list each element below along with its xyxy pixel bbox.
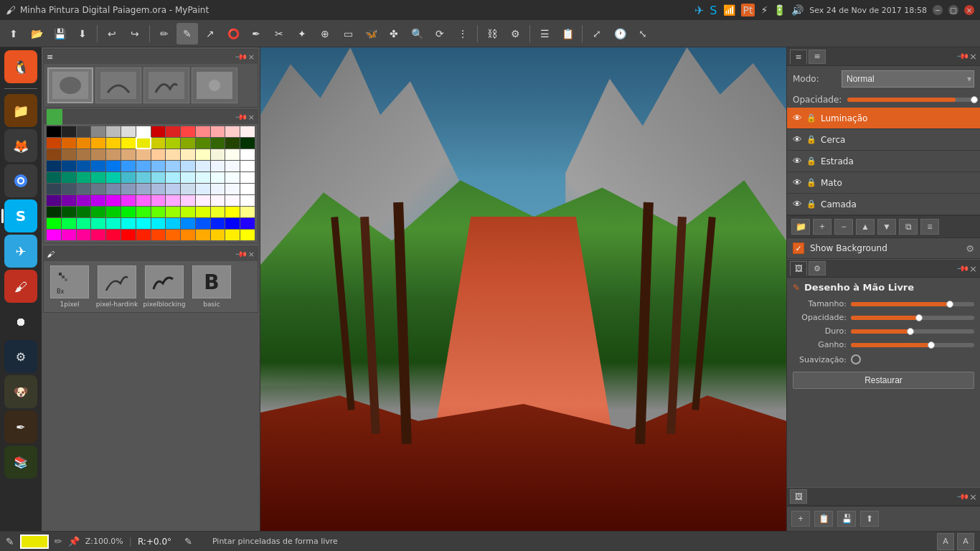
color-swatch[interactable]: [211, 207, 225, 217]
size-slider[interactable]: [851, 302, 974, 306]
status-icon-1[interactable]: A: [937, 533, 954, 550]
color-swatch[interactable]: [196, 230, 210, 240]
layer-lock-icon[interactable]: 🔒: [806, 199, 816, 209]
right-pin-icon[interactable]: 📌: [956, 50, 970, 63]
canvas-area[interactable]: [260, 47, 786, 531]
brush-preset-1[interactable]: [47, 67, 93, 103]
color-swatch[interactable]: [181, 161, 195, 171]
color-swatch[interactable]: [181, 149, 195, 160]
color-swatch[interactable]: [62, 161, 76, 171]
color-swatch[interactable]: [47, 172, 61, 183]
color-swatch[interactable]: [240, 161, 255, 171]
color-swatch[interactable]: [225, 149, 240, 160]
layer-visibility-icon[interactable]: 👁: [793, 199, 802, 209]
color-swatch[interactable]: [211, 161, 225, 171]
color-swatch[interactable]: [225, 218, 240, 229]
color-swatch[interactable]: [211, 184, 225, 194]
color-swatch[interactable]: [196, 184, 210, 194]
color-swatch[interactable]: [166, 161, 180, 171]
layer-move-down-btn[interactable]: ▼: [877, 219, 896, 235]
layer-visibility-icon[interactable]: 👁: [793, 134, 802, 145]
color-swatch[interactable]: [196, 207, 210, 217]
history-btn[interactable]: 🖼: [790, 489, 807, 504]
color-swatch[interactable]: [136, 230, 151, 240]
color-swatch[interactable]: [225, 184, 240, 194]
close-brush-tools-panel[interactable]: ×: [248, 250, 255, 259]
color-swatch[interactable]: [181, 207, 195, 217]
color-swatch[interactable]: [47, 138, 61, 149]
bottom-close-btn[interactable]: ×: [969, 491, 977, 502]
hard-slider[interactable]: [851, 329, 974, 334]
brush-tab-btn1[interactable]: 🖼: [790, 261, 807, 276]
color-swatch[interactable]: [77, 230, 91, 240]
close-color-panel[interactable]: ×: [248, 113, 255, 122]
color-swatch[interactable]: [181, 218, 195, 229]
rotate-btn[interactable]: ⟳: [429, 23, 451, 44]
library-icon[interactable]: 📚: [4, 446, 37, 479]
hard-thumb[interactable]: [907, 328, 914, 335]
color-swatch[interactable]: [106, 230, 121, 240]
brush-pin-icon[interactable]: 📌: [956, 261, 970, 275]
color-swatch[interactable]: [166, 138, 180, 149]
color-swatch[interactable]: [121, 195, 136, 206]
telegram-icon[interactable]: ✈: [4, 235, 37, 268]
new-file-btn[interactable]: ⬆: [3, 23, 24, 44]
color-swatch[interactable]: [91, 218, 105, 229]
ubuntu-launcher[interactable]: 🐧: [4, 50, 37, 83]
color-swatch[interactable]: [77, 172, 91, 183]
brush-settings-btn[interactable]: ⚙: [504, 23, 526, 44]
mypaint-icon[interactable]: 🖌: [4, 270, 37, 303]
color-swatch[interactable]: [166, 126, 180, 137]
color-swatch[interactable]: [77, 126, 91, 137]
color-swatch[interactable]: [151, 172, 166, 183]
chrome-icon[interactable]: [4, 164, 37, 197]
redo-btn[interactable]: ↪: [124, 23, 146, 44]
layer-item-luminacao[interactable]: 👁 🔒 Luminação: [787, 108, 980, 129]
color-swatch[interactable]: [211, 126, 225, 137]
color-swatch[interactable]: [91, 230, 105, 240]
clone-btn[interactable]: ✦: [291, 23, 313, 44]
gimp-icon[interactable]: 🐶: [4, 375, 37, 408]
brush-preset-2[interactable]: [95, 67, 141, 103]
layer-item-estrada[interactable]: 👁 🔒 Estrada: [787, 151, 980, 172]
color-swatch[interactable]: [62, 138, 76, 149]
color-swatch[interactable]: [196, 218, 210, 229]
bottom-save-btn[interactable]: 💾: [837, 511, 856, 527]
eraser-btn[interactable]: ✏: [154, 23, 175, 44]
opacity-slider[interactable]: [847, 98, 974, 102]
inkscape-icon[interactable]: ✒: [4, 410, 37, 443]
color-swatch[interactable]: [181, 138, 195, 149]
current-color-swatch[interactable]: [20, 534, 49, 549]
color-swatch[interactable]: [240, 172, 255, 183]
color-swatch[interactable]: [225, 126, 240, 137]
color-swatch[interactable]: [136, 207, 151, 217]
steam-icon[interactable]: ⚙: [4, 340, 37, 373]
open-file-btn[interactable]: 📂: [26, 23, 47, 44]
color-swatch[interactable]: [151, 126, 166, 137]
brush-btn[interactable]: ✎: [176, 23, 198, 44]
layer-visibility-icon[interactable]: 👁: [793, 177, 802, 188]
color-swatch[interactable]: [240, 218, 255, 229]
brush-section-close-btn[interactable]: ×: [969, 263, 977, 274]
color-swatch[interactable]: [106, 172, 121, 183]
color-swatch[interactable]: [62, 126, 76, 137]
color-swatch[interactable]: [196, 172, 210, 183]
color-swatch[interactable]: [240, 207, 255, 217]
show-bg-settings-icon[interactable]: ⚙: [966, 243, 974, 254]
color-swatch[interactable]: [77, 207, 91, 217]
export-btn[interactable]: ⬇: [72, 23, 93, 44]
color-swatch[interactable]: [151, 149, 166, 160]
color-swatch[interactable]: [91, 207, 105, 217]
color-swatch[interactable]: [47, 184, 61, 194]
color-swatch[interactable]: [91, 184, 105, 194]
rect-btn[interactable]: ▭: [337, 23, 359, 44]
color-swatch[interactable]: [181, 230, 195, 240]
color-swatch[interactable]: [240, 126, 255, 137]
color-swatch[interactable]: [121, 230, 136, 240]
color-swatch[interactable]: [211, 218, 225, 229]
brush-tools-pin-icon[interactable]: 📌: [234, 247, 248, 260]
right-close-btn[interactable]: ×: [969, 51, 977, 62]
save-btn[interactable]: 💾: [49, 23, 70, 44]
color-swatch[interactable]: [77, 218, 91, 229]
status-icon-2[interactable]: A: [957, 533, 974, 550]
